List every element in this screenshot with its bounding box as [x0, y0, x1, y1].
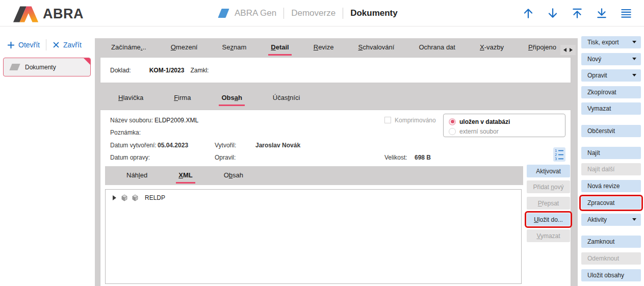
expand-arrow-icon[interactable] [113, 195, 116, 200]
tab-scroll-buttons[interactable] [560, 45, 576, 55]
odemknout-button[interactable]: Odemknout [581, 252, 641, 265]
sidebar-item-dokumenty[interactable]: Dokumenty [3, 58, 91, 76]
close-module-label: Zavřít [63, 41, 82, 49]
modified-by-label: Opravil: [215, 154, 236, 161]
arrow-to-bottom-icon[interactable] [595, 7, 608, 20]
najit-dalsi-button[interactable]: Najít další [581, 163, 641, 175]
zpracovat-button[interactable]: Zpracovat [581, 197, 641, 209]
radio-label: externí soubor [459, 128, 499, 135]
vymazat-button[interactable]: Vymazat [581, 102, 641, 115]
created-by-label: Vytvořil: [215, 142, 236, 149]
aktivity-button[interactable]: Aktivity [581, 214, 641, 226]
svg-text:1: 1 [555, 149, 557, 153]
radio-externi-soubor[interactable]: externí soubor [449, 126, 565, 136]
note-label: Poznámka: [110, 129, 141, 136]
tisk-export-button[interactable]: Tisk, export [581, 36, 641, 48]
content-tab-strip: Náhled XML Obsah [105, 166, 523, 185]
pridat-novy-button[interactable]: Přidat nový [527, 180, 570, 193]
dropdown-arrow-icon [632, 218, 636, 221]
open-module-label: Otevřít [18, 41, 40, 49]
abra-gen-icon [218, 9, 229, 18]
ulozit-obsahy-button[interactable]: Uložit obsahy [581, 269, 641, 281]
compressed-checkbox[interactable] [384, 117, 391, 123]
vymazat-content-button[interactable]: Vymazat [527, 229, 570, 242]
breadcrumb-separator [284, 8, 284, 19]
tab-hlavicka[interactable]: Hlavička [117, 89, 144, 108]
tab-ucastnici[interactable]: Účastníci [272, 89, 301, 108]
tab-nahled[interactable]: Náhled [125, 166, 148, 185]
aktivovat-button[interactable]: Aktivovat [527, 165, 570, 177]
tab-obsah[interactable]: Obsah [220, 89, 243, 108]
tab-omezeni[interactable]: Omezení [170, 38, 199, 57]
zkopirovat-button[interactable]: Zkopírovat [581, 86, 641, 98]
numbered-list-icon[interactable]: 1 2 3 [553, 147, 565, 162]
file-name-label: Název souboru: [110, 117, 153, 124]
tab-seznam[interactable]: Seznam [221, 38, 248, 57]
svg-text:2: 2 [555, 153, 557, 157]
tab-x-vazby[interactable]: X-vazby [479, 38, 505, 57]
arrow-down-icon[interactable] [546, 7, 559, 20]
tab-detail[interactable]: Detail [270, 38, 290, 57]
main-area: Začínáme... Omezení Seznam Detail Revize… [95, 38, 578, 286]
nova-revize-button[interactable]: Nová revize [581, 180, 641, 192]
sidebar: Otevřít Zavřít Dokumenty [0, 27, 95, 286]
page-title: Dokumenty [350, 8, 398, 18]
app-header: ABRA ABRA Gen Demoverze Dokumenty [0, 0, 644, 27]
ulozit-do-button[interactable]: Uložit do... [527, 213, 570, 226]
breadcrumb-app-name: ABRA Gen [235, 8, 276, 18]
document-header-panel: Doklad: KOM-1/2023 Zamkl: [100, 57, 571, 83]
main-tab-strip: Začínáme... Omezení Seznam Detail Revize… [95, 38, 578, 57]
tab-schvalovani[interactable]: Schvalování [357, 38, 396, 57]
scroll-left-icon[interactable] [563, 48, 566, 52]
tree-node-label: RELDP [145, 194, 165, 201]
module-icon [9, 64, 20, 70]
radio-ulozen-v-databazi[interactable]: uložen v databázi [449, 117, 565, 126]
obcerstvit-button[interactable]: Občerstvit [581, 125, 641, 137]
xml-node-icon [131, 194, 139, 202]
tab-pripojeno[interactable]: Připojeno [527, 38, 557, 57]
dropdown-arrow-icon [632, 58, 636, 60]
header-actions [522, 0, 633, 27]
logo-text: ABRA [43, 6, 84, 22]
doklad-value: KOM-1/2023 [149, 67, 185, 74]
opravit-button[interactable]: Opravit [581, 69, 641, 82]
tree-node-reldp[interactable]: RELDP [106, 190, 521, 202]
arrow-to-top-icon[interactable] [571, 7, 584, 20]
tab-zaciname[interactable]: Začínáme... [110, 38, 147, 57]
size-value: 698 B [415, 154, 431, 161]
tab-revize[interactable]: Revize [313, 38, 335, 57]
breadcrumb: ABRA Gen Demoverze Dokumenty [220, 0, 398, 27]
tab-ochrana-dat[interactable]: Ochrana dat [418, 38, 456, 57]
radio-unselected-icon [449, 128, 456, 135]
prepsat-button[interactable]: Přepsat [527, 197, 570, 210]
plus-icon [7, 41, 15, 49]
created-by-value: Jaroslav Novák [255, 142, 300, 149]
storage-radio-group: uložen v databázi externí soubor [443, 114, 565, 137]
content-panel: Název souboru: ELDP2009.XML Komprimováno… [100, 110, 571, 286]
tab-xml[interactable]: XML [177, 166, 193, 185]
abra-logo-mark [12, 5, 40, 23]
najit-button[interactable]: Najít [581, 147, 641, 159]
breadcrumb-separator [343, 8, 343, 19]
doklad-label: Doklad: [110, 67, 131, 74]
svg-text:3: 3 [555, 157, 557, 161]
arrow-up-icon[interactable] [522, 7, 535, 20]
close-module-button[interactable]: Zavřít [53, 41, 82, 49]
radio-selected-icon [449, 118, 456, 125]
abra-gen-window: ABRA ABRA Gen Demoverze Dokumenty [0, 0, 644, 286]
zamknout-button[interactable]: Zamknout [581, 236, 641, 248]
tab-obsah-inner[interactable]: Obsah [223, 166, 244, 185]
active-corner-badge [83, 58, 91, 65]
open-module-button[interactable]: Otevřít [7, 41, 40, 49]
close-icon [53, 41, 60, 48]
menu-icon[interactable] [620, 7, 633, 20]
novy-button[interactable]: Nový [581, 53, 641, 65]
breadcrumb-environment: Demoverze [291, 8, 336, 18]
xml-tree-panel: RELDP [105, 189, 522, 284]
file-name-value: ELDP2009.XML [154, 117, 198, 124]
toolbar-divider [46, 39, 46, 50]
scroll-right-icon[interactable] [570, 48, 573, 52]
tab-firma[interactable]: Firma [173, 89, 192, 108]
detail-tab-strip: Hlavička Firma Obsah Účastníci [95, 88, 578, 108]
xml-node-icon [120, 194, 128, 202]
